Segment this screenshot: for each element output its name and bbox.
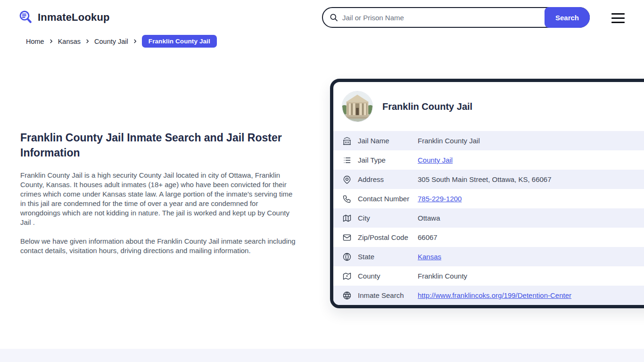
phone-icon (342, 194, 352, 204)
bank-icon (342, 136, 352, 146)
brand-name: InmateLookup (38, 11, 110, 24)
row-value: Franklin County Jail (418, 137, 480, 145)
article-paragraph: Franklin County Jail is a high security … (20, 171, 299, 227)
breadcrumb-link[interactable]: Home (26, 38, 44, 45)
hamburger-menu-icon[interactable] (611, 13, 625, 23)
breadcrumb-current-badge: Franklin County Jail (142, 35, 217, 48)
row-value: Franklin County (418, 272, 467, 280)
article-paragraph: Below we have given information about th… (20, 237, 299, 255)
row-label: Contact Number (358, 195, 418, 203)
row-value[interactable]: Kansas (418, 253, 441, 261)
table-row: Jail NameFranklin County Jail (333, 131, 644, 150)
jail-photo (342, 91, 373, 122)
logo[interactable]: InmateLookup (18, 9, 110, 25)
breadcrumb-link[interactable]: Kansas (58, 38, 81, 45)
table-row: Zip/Postal Code66067 (333, 228, 644, 247)
search-input[interactable] (339, 14, 542, 22)
table-row: Contact Number785-229-1200 (333, 189, 644, 208)
search-button[interactable]: Search (545, 7, 590, 28)
site-header: InmateLookup Search (0, 0, 644, 35)
county-map-icon (342, 272, 352, 281)
table-row: Address305 South Main Street, Ottawa, KS… (333, 170, 644, 189)
row-value: 66067 (418, 233, 438, 241)
row-label: Jail Type (358, 156, 418, 164)
row-label: County (358, 272, 418, 280)
jail-info-card: Franklin County Jail Jail NameFranklin C… (330, 79, 644, 308)
search-icon (329, 13, 339, 22)
row-label: City (358, 214, 418, 222)
map-icon (342, 214, 352, 223)
table-row: CityOttawa (333, 208, 644, 228)
row-value: Ottawa (418, 214, 440, 222)
table-row: Jail TypeCounty Jail (333, 150, 644, 170)
breadcrumb: HomeKansasCounty JailFranklin County Jai… (26, 35, 217, 48)
row-label: Zip/Postal Code (358, 233, 418, 241)
jail-card-title: Franklin County Jail (382, 101, 472, 112)
mail-icon (342, 233, 352, 242)
map-pin-icon (342, 175, 352, 184)
article: Franklin County Jail Inmate Search and J… (20, 130, 299, 265)
logo-magnifier-icon (18, 9, 34, 25)
row-value[interactable]: 785-229-1200 (418, 195, 462, 203)
world-icon (342, 291, 352, 300)
globe-icon (342, 252, 352, 262)
jail-info-rows: Jail NameFranklin County JailJail TypeCo… (333, 131, 644, 305)
breadcrumb-link[interactable]: County Jail (94, 38, 128, 45)
jail-card-header: Franklin County Jail (333, 82, 644, 131)
row-value: 305 South Main Street, Ottawa, KS, 66067 (418, 175, 552, 183)
row-value[interactable]: County Jail (418, 156, 453, 164)
chevron-right-icon (132, 39, 138, 44)
row-value[interactable]: http://www.franklincoks.org/199/Detentio… (418, 291, 571, 299)
row-label: Jail Name (358, 137, 418, 145)
chevron-right-icon (85, 39, 90, 44)
row-label: Inmate Search (358, 291, 418, 299)
table-row: CountyFranklin County (333, 266, 644, 286)
chevron-right-icon (49, 39, 54, 44)
footer-band (0, 349, 644, 362)
table-row: StateKansas (333, 247, 644, 266)
list-icon (342, 156, 352, 165)
row-label: Address (358, 175, 418, 183)
table-row: Inmate Searchhttp://www.franklincoks.org… (333, 286, 644, 305)
page-title: Franklin County Jail Inmate Search and J… (20, 130, 299, 160)
search-bar: Search (322, 7, 590, 28)
row-label: State (358, 253, 418, 261)
